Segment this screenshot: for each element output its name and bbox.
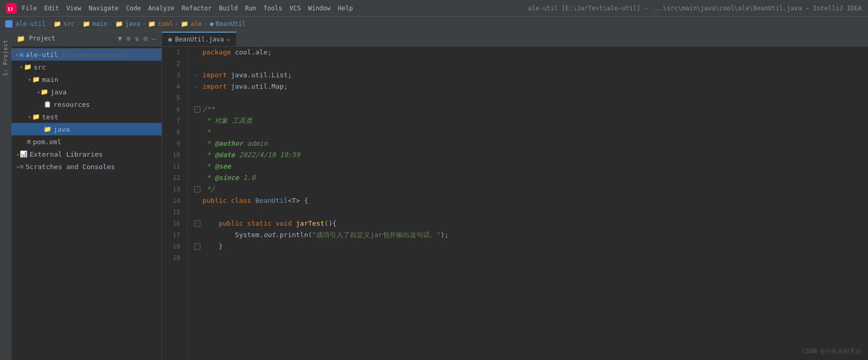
- menu-window[interactable]: Window: [308, 5, 330, 12]
- code-line-6: − /**: [194, 104, 868, 115]
- tree-item-java-test[interactable]: 📁 java: [11, 123, 161, 135]
- breadcrumb-folder-cool: 📁: [148, 20, 156, 27]
- menu-navigate[interactable]: Navigate: [89, 5, 119, 12]
- sidebar-settings-icon[interactable]: ⚙: [143, 34, 147, 43]
- tree-label-resources: resources: [53, 101, 90, 108]
- editor-tab-beanutil[interactable]: ● BeanUtil.java ✕: [162, 32, 237, 46]
- folder-java-test-icon: 📁: [44, 126, 51, 133]
- sidebar-dropdown-icon[interactable]: ▼: [118, 34, 122, 43]
- menu-code[interactable]: Code: [126, 5, 141, 12]
- menu-view[interactable]: View: [66, 5, 82, 12]
- sidebar-header: 📁 Project ▼ ⊕ ⇅ ⚙ —: [11, 31, 161, 46]
- code-line-4: ― import java.util.Map;: [194, 81, 868, 92]
- menu-vcs[interactable]: VCS: [290, 5, 301, 12]
- code-editor[interactable]: 1 2 3 4 5 6 7 8 9 10 11 12 13 14 15 16 1…: [162, 47, 868, 360]
- code-line-7: * 对象 工具类: [194, 115, 868, 127]
- title-bar: IJ File Edit View Navigate Code Analyze …: [0, 0, 868, 17]
- code-line-16: − public static void jarTest(){: [194, 218, 868, 229]
- window-title: ale-util [E:\JarTest\ale-util] - ...\src…: [528, 5, 862, 12]
- code-line-10: * @date 2022/4/19 19:59: [194, 149, 868, 161]
- code-line-14: public class BeanUtil<T> {: [194, 195, 868, 206]
- code-content[interactable]: package cool.ale; ― import java.util.Lis…: [188, 47, 868, 360]
- tree-item-pom[interactable]: m pom.xml: [11, 135, 161, 148]
- tree-label-pom: pom.xml: [33, 138, 61, 146]
- tree-item-test[interactable]: ▾ 📁 test: [11, 110, 161, 123]
- tab-class-icon: ●: [168, 36, 172, 43]
- tree-item-main[interactable]: ▾ 📁 main: [11, 73, 161, 86]
- breadcrumb-main[interactable]: main: [92, 20, 107, 27]
- fold-6[interactable]: −: [194, 106, 200, 113]
- folder-resources-icon: 📋: [44, 101, 51, 108]
- svg-text:IJ: IJ: [8, 6, 13, 12]
- tree-item-java-main[interactable]: ▸ 📁 java: [11, 86, 161, 98]
- tree-item-resources[interactable]: 📋 resources: [11, 98, 161, 110]
- breadcrumb-ale[interactable]: ale: [191, 20, 202, 27]
- fold-18[interactable]: −: [194, 243, 200, 250]
- project-panel-label[interactable]: 1: Project: [3, 39, 8, 76]
- sidebar-minimize-icon[interactable]: —: [152, 34, 156, 43]
- left-strip: 1: Project: [0, 31, 11, 360]
- breadcrumb-project-icon: [5, 20, 13, 27]
- tree-label-ale-util: ale-util E:\JarTest\ale-util: [25, 51, 127, 59]
- menu-file[interactable]: File: [22, 5, 37, 12]
- breadcrumb-class-icon: ●: [210, 20, 213, 27]
- project-tree: ▾ ▣ ale-util E:\JarTest\ale-util ▾ 📁 src…: [11, 46, 161, 360]
- tree-item-ale-util[interactable]: ▾ ▣ ale-util E:\JarTest\ale-util: [11, 48, 161, 61]
- app-logo: IJ: [6, 3, 17, 13]
- code-line-15: [194, 206, 868, 218]
- menu-build[interactable]: Build: [219, 5, 238, 12]
- folder-src-icon: 📁: [24, 63, 32, 71]
- menu-help[interactable]: Help: [338, 5, 353, 12]
- breadcrumb-ale-util[interactable]: ale-util: [16, 20, 46, 27]
- folder-main-icon: 📁: [32, 76, 40, 83]
- tree-item-src[interactable]: ▾ 📁 src: [11, 61, 161, 73]
- menu-edit[interactable]: Edit: [44, 5, 59, 12]
- tree-label-src: src: [34, 63, 46, 71]
- scratches-icon: ⚙: [20, 163, 23, 170]
- breadcrumb-beanutil[interactable]: BeanUtil: [216, 20, 246, 27]
- tab-close-button[interactable]: ✕: [227, 37, 230, 43]
- code-line-12: * @since 1.0: [194, 172, 868, 184]
- menu-bar[interactable]: File Edit View Navigate Code Analyze Ref…: [22, 5, 528, 12]
- sidebar-folder-icon: 📁: [17, 35, 25, 43]
- code-line-13: − */: [194, 184, 868, 195]
- code-line-9: * @author admin: [194, 138, 868, 149]
- watermark: CSDN @小乐乐的天台: [802, 347, 862, 356]
- menu-tools[interactable]: Tools: [264, 5, 282, 12]
- fold-13[interactable]: −: [194, 186, 200, 192]
- menu-analyze[interactable]: Analyze: [148, 5, 174, 12]
- tree-label-ext-libs: External Libraries: [30, 150, 103, 158]
- breadcrumb-folder-main: 📁: [83, 20, 90, 27]
- tree-item-scratches[interactable]: ▸ ⚙ Scratches and Consoles: [11, 160, 161, 173]
- breadcrumb-java[interactable]: java: [125, 20, 140, 27]
- sidebar-locate-icon[interactable]: ⊕: [126, 34, 130, 43]
- code-line-19: [194, 252, 868, 264]
- code-line-1: package cool.ale;: [194, 47, 868, 58]
- menu-refactor[interactable]: Refactor: [182, 5, 212, 12]
- main-layout: 1: Project 📁 Project ▼ ⊕ ⇅ ⚙ — ▾ ▣ ale-u…: [0, 31, 868, 360]
- breadcrumb-folder-src: 📁: [53, 20, 61, 27]
- code-line-3: ― import java.util.List;: [194, 70, 868, 81]
- sidebar-title: Project: [29, 35, 114, 42]
- tree-label-scratches: Scratches and Consoles: [25, 163, 115, 171]
- code-line-18: − }: [194, 241, 868, 252]
- breadcrumb-cool[interactable]: cool: [158, 20, 173, 27]
- maven-icon: m: [27, 138, 31, 145]
- module-icon: ▣: [20, 51, 23, 58]
- editor-tabs: ● BeanUtil.java ✕: [162, 31, 868, 47]
- breadcrumb-folder-java: 📁: [115, 20, 123, 27]
- breadcrumb-src[interactable]: src: [63, 20, 75, 27]
- tree-label-test: test: [42, 113, 58, 121]
- tree-item-ext-libs[interactable]: ▸ 📊 External Libraries: [11, 148, 161, 160]
- tab-label: BeanUtil.java: [175, 36, 224, 43]
- menu-run[interactable]: Run: [245, 5, 256, 12]
- fold-16[interactable]: −: [194, 220, 200, 227]
- sidebar: 📁 Project ▼ ⊕ ⇅ ⚙ — ▾ ▣ ale-util E:\JarT…: [11, 31, 162, 360]
- code-line-2: [194, 58, 868, 70]
- breadcrumb: ale-util › 📁 src › 📁 main › 📁 java › 📁 c…: [0, 17, 868, 31]
- ext-libs-icon: 📊: [20, 150, 28, 158]
- code-line-5: [194, 92, 868, 104]
- code-line-17: System.out.println("成功引入了自定义jar包并输出这句话。"…: [194, 229, 868, 241]
- sidebar-collapse-icon[interactable]: ⇅: [135, 34, 139, 43]
- line-numbers: 1 2 3 4 5 6 7 8 9 10 11 12 13 14 15 16 1…: [162, 47, 188, 360]
